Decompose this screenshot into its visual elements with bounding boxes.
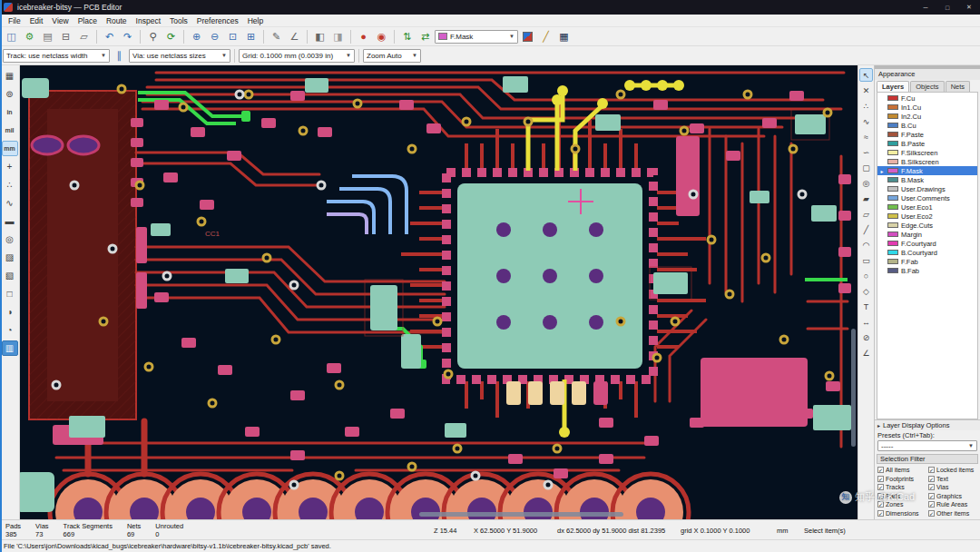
layer-row-f-mask[interactable]: ▸F.Mask: [877, 166, 977, 175]
highlight-net-button[interactable]: ╱: [537, 29, 554, 44]
layer-display-options[interactable]: ▸ Layer Display Options: [875, 419, 980, 430]
auto-track-width-button[interactable]: ∥: [111, 48, 128, 64]
layer-pair-button[interactable]: [519, 29, 536, 44]
add-via-button[interactable]: ◎: [859, 176, 873, 190]
grid-dropdown[interactable]: Grid: 0.1000 mm (0.0039 in) ▼: [239, 49, 355, 63]
high-contrast-mode-button[interactable]: ◑: [2, 304, 18, 320]
layer-row-f-courtyard[interactable]: F.Courtyard: [877, 239, 977, 248]
draw-arc-button[interactable]: ◠: [859, 238, 873, 251]
layer-row-b-mask[interactable]: B.Mask: [877, 175, 977, 184]
maximize-button[interactable]: □: [936, 0, 958, 15]
draw-rectangle-button[interactable]: ▭: [859, 253, 873, 267]
inactive-layer-dim-button[interactable]: ◔: [2, 322, 18, 338]
ratsnest-tool-button[interactable]: ✕: [859, 84, 873, 97]
filter-all-items[interactable]: ✓All items: [877, 466, 927, 475]
pad-display-mode-button[interactable]: □: [2, 286, 18, 301]
zoom-out-button[interactable]: ⊖: [206, 29, 223, 44]
layer-row-f-silkscreen[interactable]: F.Silkscreen: [877, 148, 977, 157]
undo-button[interactable]: ↶: [101, 29, 118, 44]
filter-tracks[interactable]: ✓Tracks: [877, 483, 927, 492]
menu-tools[interactable]: Tools: [165, 15, 192, 26]
add-footprint-button[interactable]: ▢: [859, 161, 873, 174]
measure-tool-button[interactable]: ∠: [859, 346, 873, 360]
track-width-dropdown[interactable]: Track: use netclass width ▼: [3, 49, 110, 63]
presets-dropdown[interactable]: ----- ▼: [877, 440, 977, 451]
footprint-checks-button[interactable]: ◉: [373, 29, 390, 44]
filter-rule-areas[interactable]: ✓Rule Areas: [928, 500, 978, 509]
add-text-button[interactable]: T: [859, 300, 873, 313]
filter-text[interactable]: ✓Text: [928, 475, 978, 484]
units-mm-button[interactable]: mm: [2, 141, 18, 156]
page-settings-button[interactable]: ▤: [39, 29, 56, 44]
via-display-mode-button[interactable]: ◎: [2, 232, 18, 247]
curved-ratsnest-button[interactable]: ∿: [2, 195, 18, 211]
add-zone-button[interactable]: ▰: [859, 192, 873, 205]
unlock-button[interactable]: ◨: [329, 29, 347, 44]
drc-button[interactable]: ●: [355, 29, 372, 44]
layer-selector-dropdown[interactable]: F.Mask▼: [435, 30, 518, 44]
filter-vias[interactable]: ✓Vias: [928, 483, 978, 492]
filter-pads[interactable]: ✓Pads: [877, 492, 927, 501]
filter-footprints[interactable]: ✓Footprints: [877, 475, 927, 484]
plot-button[interactable]: ▱: [75, 29, 93, 44]
menu-edit[interactable]: Edit: [25, 15, 48, 26]
menu-preferences[interactable]: Preferences: [192, 15, 243, 26]
find-button[interactable]: ⚲: [144, 29, 162, 44]
layer-row-user-drawings[interactable]: User.Drawings: [877, 184, 977, 193]
menu-place[interactable]: Place: [74, 15, 102, 26]
layer-row-user-eco2[interactable]: User.Eco2: [877, 212, 977, 221]
vertical-scrollbar[interactable]: [851, 329, 856, 447]
menu-route[interactable]: Route: [102, 15, 132, 26]
layer-row-edge-cuts[interactable]: Edge.Cuts: [877, 221, 977, 230]
update-pcb-button[interactable]: ⇅: [398, 29, 416, 44]
zone-fill-mode-button[interactable]: ▨: [2, 250, 18, 265]
polar-coordinates-button[interactable]: ⊚: [2, 86, 18, 102]
filter-zones[interactable]: ✓Zones: [877, 500, 927, 509]
show-ratsnest-button[interactable]: ∴: [2, 177, 18, 192]
menu-help[interactable]: Help: [243, 15, 268, 26]
net-inspector-button[interactable]: ▦: [555, 29, 573, 44]
via-size-dropdown[interactable]: Via: use netclass sizes ▼: [129, 49, 230, 63]
draw-line-button[interactable]: ╱: [859, 222, 873, 236]
units-inches-button[interactable]: in: [2, 104, 18, 120]
zoom-fit-button[interactable]: ⊡: [224, 29, 241, 44]
draw-polygon-button[interactable]: ◇: [859, 284, 873, 298]
horizontal-scrollbar[interactable]: [419, 512, 623, 517]
tune-track-length-button[interactable]: ∽: [859, 145, 873, 159]
filter-other-items[interactable]: ✓Other items: [928, 509, 978, 518]
tab-objects[interactable]: Objects: [910, 81, 944, 92]
zoom-selection-button[interactable]: ⊞: [242, 29, 260, 44]
layer-row-b-fab[interactable]: B.Fab: [877, 266, 977, 275]
select-tool-button[interactable]: ↖: [859, 68, 873, 82]
delete-tool-button[interactable]: ⊘: [859, 330, 873, 344]
lock-button[interactable]: ◧: [311, 29, 328, 44]
menu-file[interactable]: File: [4, 15, 25, 26]
filter-graphics[interactable]: ✓Graphics: [928, 492, 978, 501]
edit-properties-button[interactable]: ✎: [268, 29, 285, 44]
measure-button[interactable]: ∠: [286, 29, 303, 44]
layer-row-b-paste[interactable]: B.Paste: [877, 139, 977, 148]
pcb-canvas[interactable]: CC1: [20, 65, 858, 519]
tab-layers[interactable]: Layers: [877, 81, 909, 92]
pcb-canvas-container[interactable]: CC1: [20, 65, 858, 519]
sync-schematic-button[interactable]: ⇄: [416, 29, 434, 44]
board-setup-button[interactable]: ⚙: [21, 29, 38, 44]
layer-row-margin[interactable]: Margin: [877, 230, 977, 239]
toggle-grid-button[interactable]: ▦: [2, 68, 18, 84]
crosshair-cursor-button[interactable]: +: [2, 159, 18, 174]
zone-outline-mode-button[interactable]: ▧: [2, 268, 18, 283]
refresh-button[interactable]: ⟳: [162, 29, 180, 44]
layer-row-user-eco1[interactable]: User.Eco1: [877, 202, 977, 212]
draw-circle-button[interactable]: ○: [859, 269, 873, 282]
menu-view[interactable]: View: [47, 15, 73, 26]
zoom-in-button[interactable]: ⊕: [188, 29, 205, 44]
highlight-net-tool-button[interactable]: ∴: [859, 99, 873, 113]
layer-row-b-courtyard[interactable]: B.Courtyard: [877, 248, 977, 257]
appearance-manager-button[interactable]: ▥: [2, 340, 18, 356]
layer-row-in2-cu[interactable]: In2.Cu: [877, 112, 977, 121]
add-dimension-button[interactable]: ↔: [859, 315, 873, 329]
filter-dimensions[interactable]: ✓Dimensions: [877, 509, 927, 518]
layer-row-in1-cu[interactable]: In1.Cu: [877, 103, 977, 112]
add-rule-area-button[interactable]: ▱: [859, 207, 873, 221]
save-button[interactable]: ◫: [3, 29, 20, 44]
